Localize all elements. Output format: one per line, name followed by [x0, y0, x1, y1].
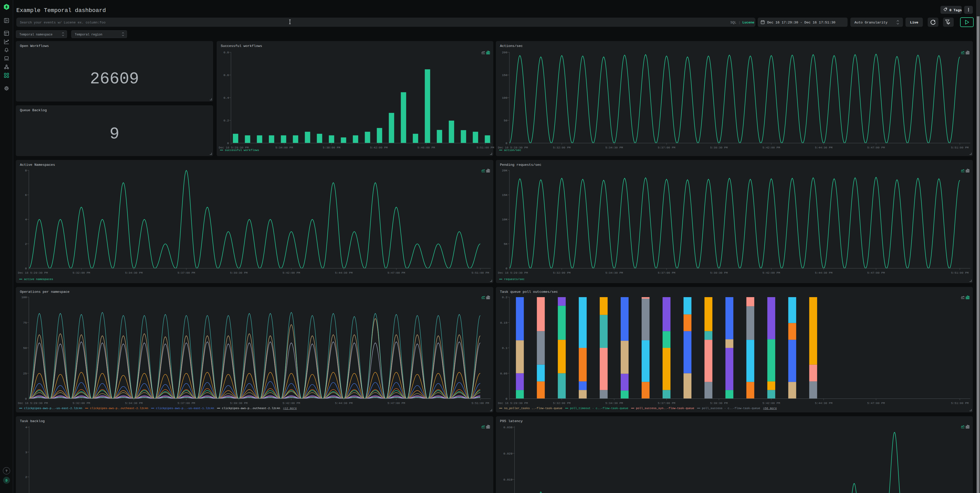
svg-text:0: 0	[25, 397, 27, 401]
svg-text:5:51:00 PM: 5:51:00 PM	[471, 271, 489, 274]
svg-text:5:37:00 PM: 5:37:00 PM	[658, 271, 675, 274]
svg-text:+56 more: +56 more	[763, 407, 777, 410]
svg-text:50: 50	[504, 119, 508, 122]
svg-text:5:51:00 PM: 5:51:00 PM	[951, 271, 969, 274]
svg-text:5:34:30 PM: 5:34:30 PM	[125, 401, 143, 405]
svg-text:100: 100	[21, 296, 27, 299]
svg-text:8: 8	[25, 169, 27, 173]
svg-text:5:39:30 PM: 5:39:30 PM	[710, 401, 728, 405]
svg-text:poll_success_syn..-flow-task-q: poll_success_syn..-flow-task-queue	[636, 407, 694, 410]
svg-text:?: ?	[6, 469, 8, 473]
svg-text:5:37:00 PM: 5:37:00 PM	[658, 401, 675, 405]
svg-text:5:44:30 PM: 5:44:30 PM	[815, 401, 832, 405]
svg-text:0.038: 0.038	[504, 426, 512, 429]
svg-text:5:39:30 PM: 5:39:30 PM	[710, 146, 728, 149]
svg-text:Task backlog: Task backlog	[20, 419, 45, 423]
svg-text:5:34:30 PM: 5:34:30 PM	[605, 146, 623, 149]
svg-text:5K: 5K	[504, 242, 508, 246]
svg-text:Live: Live	[910, 21, 918, 24]
svg-text:Search your events w/ Lucene e: Search your events w/ Lucene ex. column:…	[20, 21, 105, 24]
svg-text:Example Temporal dashboard: Example Temporal dashboard	[16, 7, 106, 14]
svg-text:SQL | Lucene: SQL | Lucene	[730, 21, 754, 24]
svg-text:0.029: 0.029	[504, 452, 512, 455]
svg-text:5:44:30 PM: 5:44:30 PM	[335, 401, 353, 405]
svg-text:Temporal namespace: Temporal namespace	[19, 33, 52, 36]
svg-text:0: 0	[227, 141, 229, 145]
svg-text:5:46:00 PM: 5:46:00 PM	[417, 146, 435, 149]
svg-text:5:34:30 PM: 5:34:30 PM	[605, 271, 623, 274]
svg-text:5:32:00 PM: 5:32:00 PM	[553, 401, 571, 405]
svg-text:Active Namespaces: Active Namespaces	[20, 163, 55, 167]
svg-text:5:37:00 PM: 5:37:00 PM	[177, 271, 195, 274]
svg-text:Pending requests/sec: Pending requests/sec	[500, 163, 541, 167]
svg-text:5:44:30 PM: 5:44:30 PM	[815, 146, 832, 149]
svg-text:poll_timeout · c..-flow-task-q: poll_timeout · c..-flow-task-queue	[570, 407, 628, 410]
svg-text:5:47:00 PM: 5:47:00 PM	[867, 401, 885, 405]
svg-text:D: D	[6, 479, 8, 482]
svg-text:action/sec: action/sec	[504, 149, 521, 152]
svg-text:5:47:00 PM: 5:47:00 PM	[867, 146, 885, 149]
svg-text:successful workflows: successful workflows	[225, 149, 259, 152]
svg-text:200: 200	[502, 51, 508, 54]
svg-text:5:37:00 PM: 5:37:00 PM	[177, 401, 195, 405]
svg-text:5:32:00 PM: 5:32:00 PM	[553, 271, 571, 274]
svg-text:5:32:00 PM: 5:32:00 PM	[73, 401, 90, 405]
svg-text:5:38:00 PM: 5:38:00 PM	[323, 146, 340, 149]
svg-text:requests/sec: requests/sec	[504, 278, 525, 281]
svg-text:5:47:00 PM: 5:47:00 PM	[387, 401, 405, 405]
svg-text:Task queue poll outcomes/sec: Task queue poll outcomes/sec	[500, 290, 558, 294]
svg-text:5:32:00 PM: 5:32:00 PM	[73, 271, 90, 274]
svg-text:+12 more: +12 more	[283, 407, 297, 410]
svg-text:P95 latency: P95 latency	[500, 419, 523, 423]
svg-text:clickpipes-aws-p..outheast-2.l: clickpipes-aws-p..outheast-2.l2c4n	[90, 407, 148, 410]
svg-text:no_poller_tasks ..-flow-task-q: no_poller_tasks ..-flow-task-queue	[504, 407, 562, 410]
svg-text:25: 25	[23, 372, 27, 376]
svg-text:0.4: 0.4	[224, 96, 229, 100]
svg-text:75: 75	[23, 321, 27, 325]
svg-text:clickpipes-aws-p..outheast-2.l: clickpipes-aws-p..outheast-2.l2c4n	[222, 407, 280, 410]
svg-text:0.019: 0.019	[504, 478, 512, 482]
svg-text:Auto Granularity: Auto Granularity	[854, 21, 888, 24]
svg-text:Queue Backlog: Queue Backlog	[20, 108, 47, 112]
svg-text:0.2: 0.2	[224, 119, 229, 122]
svg-text:150: 150	[502, 73, 508, 77]
svg-text:Dec 16 5:29:30 PM: Dec 16 5:29:30 PM	[18, 271, 48, 274]
svg-text:5:34:30 PM: 5:34:30 PM	[125, 271, 143, 274]
svg-text:Dec 16 17:29:30 - Dec 16 17:51: Dec 16 17:29:30 - Dec 16 17:51:30	[767, 21, 835, 24]
svg-text:10K: 10K	[502, 218, 508, 221]
svg-text:3: 3	[25, 451, 27, 454]
svg-text:5:42:00 PM: 5:42:00 PM	[762, 401, 780, 405]
svg-text:5:44:30 PM: 5:44:30 PM	[335, 271, 353, 274]
svg-text:5:42:00 PM: 5:42:00 PM	[283, 271, 300, 274]
svg-text:2: 2	[25, 242, 27, 246]
svg-text:9: 9	[110, 125, 119, 143]
svg-text:Successful workflows: Successful workflows	[221, 44, 262, 48]
svg-text:5:34:30 PM: 5:34:30 PM	[605, 401, 623, 405]
svg-text:5:42:00 PM: 5:42:00 PM	[283, 401, 300, 405]
svg-text:Operations per namespace: Operations per namespace	[20, 290, 69, 294]
svg-text:Dec 16 5:29:30 PM: Dec 16 5:29:30 PM	[498, 401, 528, 405]
svg-text:Temporal region: Temporal region	[75, 33, 102, 36]
svg-text:5:37:00 PM: 5:37:00 PM	[658, 146, 675, 149]
svg-text:Dec 16 5:29:30 PM: Dec 16 5:29:30 PM	[498, 271, 528, 274]
svg-text:5:42:00 PM: 5:42:00 PM	[762, 271, 780, 274]
svg-text:26609: 26609	[90, 70, 139, 88]
svg-text:6: 6	[25, 193, 27, 197]
svg-text:5:44:30 PM: 5:44:30 PM	[815, 271, 832, 274]
svg-text:0: 0	[506, 397, 508, 401]
svg-text:0 Tags: 0 Tags	[950, 8, 962, 12]
svg-text:100: 100	[502, 96, 508, 100]
svg-text:0.8: 0.8	[224, 51, 229, 54]
svg-text:0.1: 0.1	[502, 346, 508, 350]
svg-text:5:51:00 PM: 5:51:00 PM	[951, 146, 969, 149]
svg-text:clickpipes-aws-p..-us-east-2.l: clickpipes-aws-p..-us-east-2.l2c4n	[24, 407, 82, 410]
svg-text:0: 0	[506, 141, 508, 145]
svg-text:5:51:00 PM: 5:51:00 PM	[476, 146, 494, 149]
svg-text:5:51:00 PM: 5:51:00 PM	[471, 401, 489, 405]
svg-text:active namespaces: active namespaces	[24, 278, 53, 281]
svg-text:15K: 15K	[502, 193, 508, 197]
svg-text:5:42:00 PM: 5:42:00 PM	[762, 146, 780, 149]
svg-text:0: 0	[25, 267, 27, 270]
svg-text:0.6: 0.6	[224, 73, 229, 77]
svg-text:4: 4	[25, 218, 27, 221]
